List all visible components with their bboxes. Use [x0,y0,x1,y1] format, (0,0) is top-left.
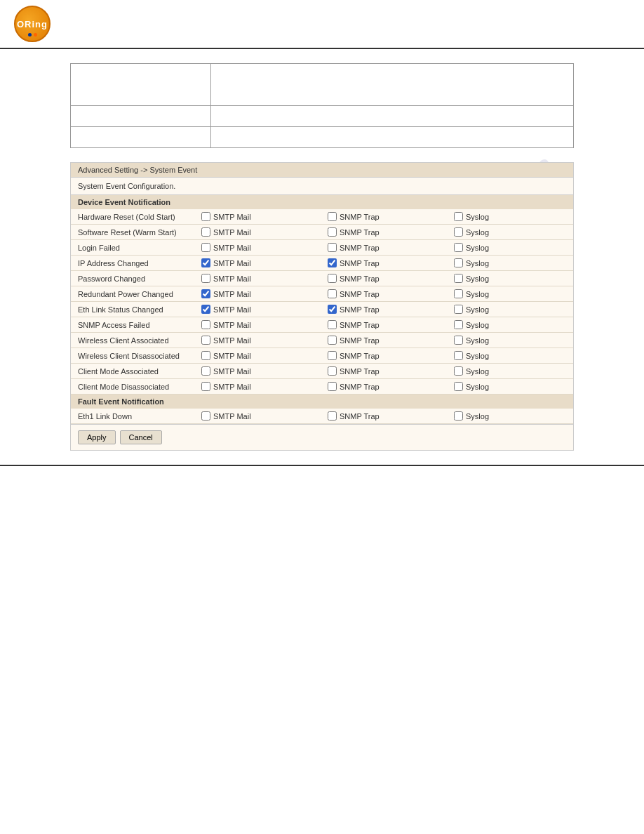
smtp-checkbox[interactable] [201,258,210,267]
smtp-label: SMTP Mail [213,228,251,237]
snmp-label: SNMP Trap [340,290,380,298]
syslog-cell[interactable]: Syslog [447,364,573,379]
smtp-cell[interactable]: SMTP Mail [194,348,321,364]
smtp-cell[interactable]: SMTP Mail [194,271,321,286]
syslog-cell[interactable]: Syslog [447,271,573,286]
smtp-cell[interactable]: SMTP Mail [194,256,321,271]
apply-button[interactable]: Apply [78,430,116,444]
syslog-checkbox[interactable] [454,366,463,376]
smtp-cell[interactable]: SMTP Mail [194,409,321,424]
syslog-checkbox[interactable] [454,274,463,283]
snmp-cell[interactable]: SNMP Trap [321,240,447,256]
snmp-cell[interactable]: SNMP Trap [321,364,447,379]
snmp-cell[interactable]: SNMP Trap [321,348,447,364]
table-row: Password ChangedSMTP MailSNMP TrapSyslog [71,271,573,286]
smtp-cell[interactable]: SMTP Mail [194,240,321,256]
snmp-cell[interactable]: SNMP Trap [321,379,447,395]
smtp-checkbox[interactable] [201,411,210,421]
syslog-cell[interactable]: Syslog [447,209,573,225]
snmp-cell[interactable]: SNMP Trap [321,271,447,286]
smtp-label: SMTP Mail [213,213,251,221]
syslog-checkbox[interactable] [454,227,463,237]
snmp-cell[interactable]: SNMP Trap [321,333,447,348]
smtp-checkbox[interactable] [201,351,210,360]
top-table-cell-1a [71,64,211,106]
snmp-checkbox[interactable] [328,366,337,376]
event-name-cell: Client Mode Disassociated [71,379,194,395]
smtp-checkbox[interactable] [201,243,210,252]
syslog-cell[interactable]: Syslog [447,348,573,364]
snmp-cell[interactable]: SNMP Trap [321,317,447,333]
snmp-cell[interactable]: SNMP Trap [321,225,447,240]
smtp-cell[interactable]: SMTP Mail [194,286,321,302]
smtp-cell[interactable]: SMTP Mail [194,379,321,395]
syslog-cell[interactable]: Syslog [447,317,573,333]
syslog-cell[interactable]: Syslog [447,379,573,395]
smtp-cell[interactable]: SMTP Mail [194,209,321,225]
smtp-checkbox[interactable] [201,227,210,237]
syslog-checkbox[interactable] [454,336,463,345]
snmp-checkbox[interactable] [328,351,337,360]
snmp-checkbox[interactable] [328,227,337,237]
syslog-checkbox[interactable] [454,243,463,252]
top-table-cell-3a [71,127,211,148]
table-row: Login FailedSMTP MailSNMP TrapSyslog [71,240,573,256]
smtp-cell[interactable]: SMTP Mail [194,302,321,317]
smtp-cell[interactable]: SMTP Mail [194,333,321,348]
table-row: Software Reset (Warm Start)SMTP MailSNMP… [71,225,573,240]
syslog-label: Syslog [466,336,489,345]
snmp-label: SNMP Trap [340,352,380,360]
syslog-cell[interactable]: Syslog [447,286,573,302]
snmp-checkbox[interactable] [328,212,337,221]
syslog-label: Syslog [466,352,489,360]
smtp-checkbox[interactable] [201,382,210,391]
syslog-cell[interactable]: Syslog [447,225,573,240]
smtp-checkbox[interactable] [201,366,210,376]
smtp-checkbox[interactable] [201,336,210,345]
actions-bar: Apply Cancel [71,424,573,450]
smtp-checkbox[interactable] [201,320,210,329]
smtp-checkbox[interactable] [201,289,210,298]
syslog-checkbox[interactable] [454,320,463,329]
syslog-checkbox[interactable] [454,411,463,421]
snmp-checkbox[interactable] [328,274,337,283]
syslog-checkbox[interactable] [454,212,463,221]
syslog-checkbox[interactable] [454,289,463,298]
snmp-checkbox[interactable] [328,243,337,252]
smtp-cell[interactable]: SMTP Mail [194,364,321,379]
snmp-label: SNMP Trap [340,367,380,376]
table-row: Client Mode AssociatedSMTP MailSNMP Trap… [71,364,573,379]
smtp-label: SMTP Mail [213,305,251,314]
cancel-button[interactable]: Cancel [120,430,162,444]
syslog-checkbox[interactable] [454,382,463,391]
snmp-cell[interactable]: SNMP Trap [321,286,447,302]
syslog-label: Syslog [466,274,489,283]
snmp-checkbox[interactable] [328,382,337,391]
syslog-checkbox[interactable] [454,351,463,360]
syslog-cell[interactable]: Syslog [447,256,573,271]
smtp-cell[interactable]: SMTP Mail [194,317,321,333]
snmp-checkbox[interactable] [328,289,337,298]
snmp-cell[interactable]: SNMP Trap [321,256,447,271]
logo: ORing [14,6,51,42]
syslog-cell[interactable]: Syslog [447,333,573,348]
syslog-label: Syslog [466,383,489,391]
snmp-checkbox[interactable] [328,411,337,421]
snmp-checkbox[interactable] [328,320,337,329]
snmp-checkbox[interactable] [328,258,337,267]
snmp-checkbox[interactable] [328,336,337,345]
syslog-label: Syslog [466,244,489,252]
snmp-checkbox[interactable] [328,305,337,314]
snmp-cell[interactable]: SNMP Trap [321,209,447,225]
syslog-checkbox[interactable] [454,258,463,267]
snmp-cell[interactable]: SNMP Trap [321,302,447,317]
syslog-checkbox[interactable] [454,305,463,314]
syslog-cell[interactable]: Syslog [447,302,573,317]
smtp-checkbox[interactable] [201,212,210,221]
syslog-cell[interactable]: Syslog [447,240,573,256]
smtp-cell[interactable]: SMTP Mail [194,225,321,240]
syslog-cell[interactable]: Syslog [447,409,573,424]
smtp-checkbox[interactable] [201,274,210,283]
smtp-checkbox[interactable] [201,305,210,314]
snmp-cell[interactable]: SNMP Trap [321,409,447,424]
